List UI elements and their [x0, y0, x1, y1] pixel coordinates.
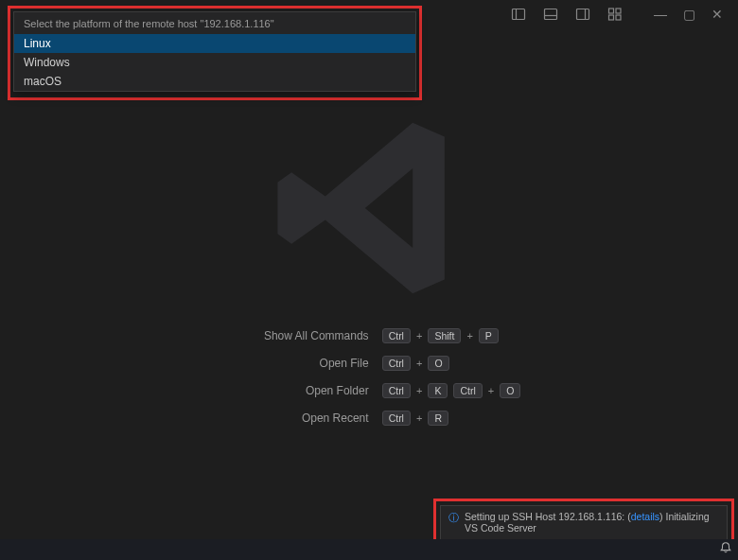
panel-left-icon[interactable] — [505, 4, 532, 25]
svg-rect-6 — [609, 9, 614, 13]
quick-pick: Select the platform of the remote host "… — [13, 11, 416, 92]
svg-rect-0 — [513, 9, 525, 20]
bell-icon — [719, 544, 732, 557]
window-minimize[interactable]: — — [647, 4, 674, 25]
panel-bottom-icon[interactable] — [537, 4, 564, 25]
info-icon: ⓘ — [448, 512, 459, 525]
svg-rect-7 — [616, 9, 621, 13]
panel-right-icon[interactable] — [570, 4, 596, 25]
welcome-shortcuts: Show All Commands Ctrl + Shift + P Open … — [218, 328, 521, 426]
quick-pick-highlight-box: Select the platform of the remote host "… — [8, 6, 422, 100]
shortcut-open-folder: Open Folder Ctrl + K Ctrl + O — [218, 383, 521, 398]
svg-rect-4 — [577, 9, 589, 20]
quick-pick-prompt: Select the platform of the remote host "… — [14, 12, 415, 34]
quick-pick-item-linux[interactable]: Linux — [14, 34, 415, 53]
shortcut-open-recent: Open Recent Ctrl + R — [218, 411, 521, 426]
quick-pick-item-macos[interactable]: macOS — [14, 72, 415, 91]
status-bar — [0, 539, 738, 560]
vscode-logo — [270, 109, 468, 307]
notification-text: Setting up SSH Host 192.168.1.116: (deta… — [465, 511, 719, 534]
welcome-area: Show All Commands Ctrl + Shift + P Open … — [0, 109, 738, 426]
shortcut-show-all-commands: Show All Commands Ctrl + Shift + P — [218, 328, 521, 343]
window-close[interactable]: ✕ — [704, 4, 730, 25]
customize-layout-icon[interactable] — [602, 4, 628, 25]
quick-pick-item-windows[interactable]: Windows — [14, 53, 415, 72]
window-maximize[interactable]: ▢ — [676, 4, 702, 25]
notification-toast[interactable]: ⓘ Setting up SSH Host 192.168.1.116: (de… — [440, 505, 728, 542]
shortcut-open-file: Open File Ctrl + O — [218, 356, 521, 371]
svg-rect-8 — [609, 15, 614, 20]
svg-rect-9 — [616, 15, 621, 20]
status-bell[interactable] — [719, 541, 732, 557]
editor-layout-icons — [505, 4, 628, 25]
notification-details-link[interactable]: details — [631, 511, 659, 522]
svg-rect-2 — [545, 9, 557, 20]
